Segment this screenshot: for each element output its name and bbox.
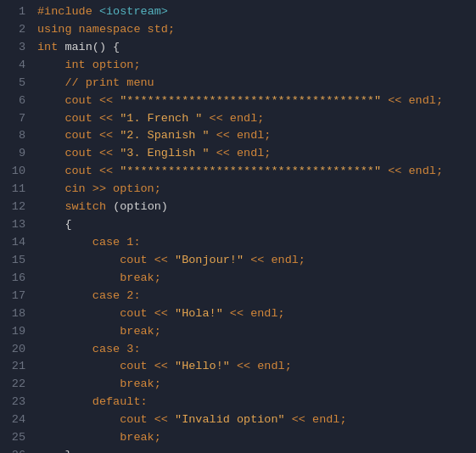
code-line: break; bbox=[37, 376, 469, 394]
code-line: break; bbox=[37, 270, 469, 288]
token: cout << bbox=[37, 94, 120, 107]
line-number: 18 bbox=[3, 305, 25, 323]
token: break; bbox=[37, 431, 161, 444]
code-line: cin >> option; bbox=[37, 181, 469, 199]
token: break; bbox=[37, 378, 161, 390]
line-number: 9 bbox=[3, 145, 25, 163]
token: break; bbox=[37, 271, 161, 284]
token: cout << bbox=[37, 165, 120, 177]
token: break; bbox=[37, 325, 161, 338]
code-line: #include <iostream> bbox=[37, 3, 469, 21]
token: cout << bbox=[37, 360, 175, 372]
token: case 3: bbox=[37, 343, 141, 355]
line-number: 1 bbox=[3, 3, 25, 21]
token: "3. English " bbox=[120, 147, 209, 159]
token: using namespace std; bbox=[37, 23, 175, 36]
token: cout << bbox=[37, 254, 175, 266]
token: "Bonjour!" bbox=[175, 254, 244, 266]
line-number: 10 bbox=[3, 163, 25, 181]
code-content: #include <iostream>using namespace std;i… bbox=[31, 3, 476, 453]
line-number: 6 bbox=[3, 92, 25, 110]
code-line: cout << "Hello!" << endl; bbox=[37, 358, 469, 376]
line-number: 23 bbox=[3, 394, 25, 411]
token: int option; bbox=[37, 59, 141, 71]
code-line: cout << "3. English " << endl; bbox=[37, 145, 469, 163]
line-number: 13 bbox=[3, 216, 25, 234]
code-line: cout << "*******************************… bbox=[37, 92, 469, 110]
code-line: case 3: bbox=[37, 341, 469, 359]
token: { bbox=[37, 218, 72, 231]
token: << endl; bbox=[230, 360, 292, 372]
code-line: { bbox=[37, 216, 469, 234]
token: cout << bbox=[37, 147, 120, 159]
code-line: cout << "Hola!" << endl; bbox=[37, 305, 469, 323]
token: << endl; bbox=[381, 94, 443, 107]
token: cout << bbox=[37, 112, 120, 125]
token: default: bbox=[37, 395, 148, 408]
code-line: cout << "1. French " << endl; bbox=[37, 110, 469, 128]
line-number: 25 bbox=[3, 429, 25, 447]
line-number: 2 bbox=[3, 21, 25, 39]
token: "Hello!" bbox=[175, 360, 230, 372]
token: cout << bbox=[37, 413, 175, 426]
token: case 1: bbox=[37, 236, 141, 249]
code-line: using namespace std; bbox=[37, 21, 469, 39]
token: case 2: bbox=[37, 289, 141, 302]
token: "************************************" bbox=[120, 165, 381, 177]
line-number: 16 bbox=[3, 270, 25, 288]
code-line: case 2: bbox=[37, 288, 469, 305]
token: << endl; bbox=[202, 112, 264, 125]
token: cout << bbox=[37, 307, 175, 320]
line-number: 5 bbox=[3, 75, 25, 92]
line-number: 20 bbox=[3, 341, 25, 359]
token: "************************************" bbox=[120, 94, 381, 107]
line-number: 7 bbox=[3, 110, 25, 128]
code-line: case 1: bbox=[37, 234, 469, 252]
token: << endl; bbox=[210, 147, 272, 159]
code-line: cout << "*******************************… bbox=[37, 163, 469, 181]
token: int bbox=[37, 41, 64, 53]
line-number: 21 bbox=[3, 358, 25, 376]
code-line: int option; bbox=[37, 57, 469, 75]
line-number: 3 bbox=[3, 39, 25, 57]
line-number: 24 bbox=[3, 411, 25, 429]
line-number: 19 bbox=[3, 323, 25, 341]
token: << endl; bbox=[223, 307, 285, 320]
code-line: break; bbox=[37, 323, 469, 341]
line-number: 12 bbox=[3, 199, 25, 216]
token: << endl; bbox=[381, 165, 443, 177]
token: #include bbox=[37, 5, 99, 18]
token: // print menu bbox=[37, 76, 154, 89]
token: (option) bbox=[113, 200, 168, 213]
code-line: // print menu bbox=[37, 75, 469, 92]
line-numbers: 1234567891011121314151617181920212223242… bbox=[0, 3, 31, 453]
token: "2. Spanish " bbox=[120, 129, 209, 142]
code-line: int main() { bbox=[37, 39, 469, 57]
token: cin >> option; bbox=[37, 182, 161, 195]
line-number: 4 bbox=[3, 57, 25, 75]
token: } bbox=[37, 449, 72, 453]
line-number: 14 bbox=[3, 234, 25, 252]
code-line: break; bbox=[37, 429, 469, 447]
token: <iostream> bbox=[99, 5, 168, 18]
code-line: cout << "Invalid option" << endl; bbox=[37, 411, 469, 429]
token: << endl; bbox=[210, 129, 272, 142]
token: "Hola!" bbox=[175, 307, 223, 320]
token: "1. French " bbox=[120, 112, 202, 125]
token: "Invalid option" bbox=[175, 413, 285, 426]
token: cout << bbox=[37, 129, 120, 142]
code-line: cout << "Bonjour!" << endl; bbox=[37, 252, 469, 270]
code-line: } bbox=[37, 447, 469, 453]
code-line: default: bbox=[37, 394, 469, 411]
line-number: 26 bbox=[3, 447, 25, 453]
token: << endl; bbox=[285, 413, 347, 426]
line-number: 11 bbox=[3, 181, 25, 199]
line-number: 8 bbox=[3, 127, 25, 145]
token: << endl; bbox=[244, 254, 305, 266]
token: main() { bbox=[64, 41, 120, 53]
code-editor: 1234567891011121314151617181920212223242… bbox=[0, 0, 476, 453]
line-number: 15 bbox=[3, 252, 25, 270]
line-number: 17 bbox=[3, 288, 25, 305]
code-line: switch (option) bbox=[37, 199, 469, 216]
code-line: cout << "2. Spanish " << endl; bbox=[37, 127, 469, 145]
